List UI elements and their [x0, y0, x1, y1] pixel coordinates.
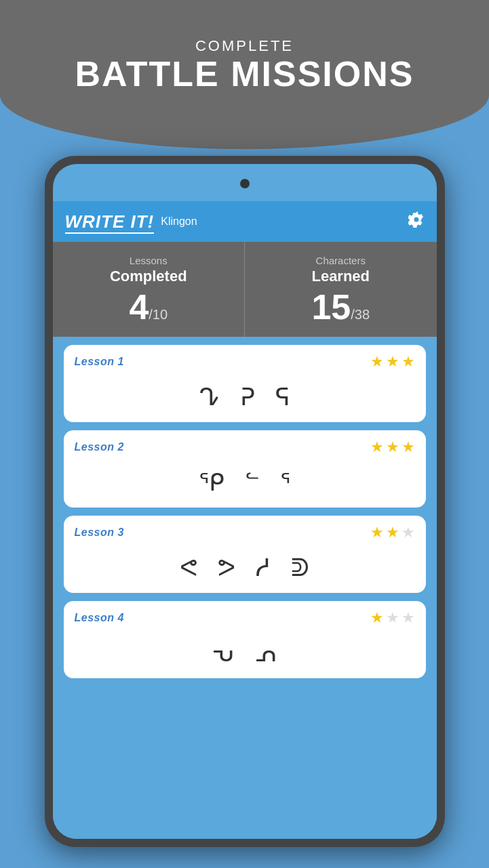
app-language: Klingon [161, 215, 197, 228]
title-area: COMPLETE BATTLE MISSIONS [0, 37, 489, 94]
star-2-2: ★ [386, 438, 399, 456]
lesson-1-title: Lesson 1 [75, 356, 124, 368]
lesson-4-char-2: ᕄ [255, 639, 277, 667]
lessons-value: 4 [129, 289, 149, 325]
app-header: WRITE IT! Klingon [53, 201, 437, 242]
lesson-1-char-1: ᖊ [199, 383, 220, 411]
app-logo: WRITE IT! [65, 211, 155, 232]
star-3-3: ★ [402, 524, 415, 541]
lesson-2-char-1: ᕿ [199, 468, 224, 497]
star-3-2: ★ [386, 524, 399, 541]
characters-fraction: /38 [351, 307, 370, 323]
lesson-3-char-3: ᓱ [256, 554, 271, 582]
star-2-3: ★ [402, 438, 415, 456]
lesson-4-stars: ★ ★ ★ [370, 609, 415, 627]
lesson-card-2[interactable]: Lesson 2 ★ ★ ★ ᕿ ᓪ ᕐ [64, 430, 426, 508]
lesson-1-char-3: ᕋ [275, 383, 290, 411]
lesson-3-char-1: ᕙ [180, 554, 197, 582]
lesson-card-4[interactable]: Lesson 4 ★ ★ ★ ᕃ ᕄ [64, 601, 426, 678]
lesson-2-title: Lesson 2 [75, 441, 124, 453]
star-1-3: ★ [402, 353, 415, 371]
star-1-1: ★ [370, 353, 384, 371]
lesson-3-char-4: ᕲ [291, 554, 309, 582]
lesson-1-chars: ᖊ ᕈ ᕋ [75, 377, 415, 414]
lesson-2-stars: ★ ★ ★ [370, 438, 415, 456]
lesson-card-1[interactable]: Lesson 1 ★ ★ ★ ᖊ ᕈ ᕋ [64, 345, 426, 422]
lesson-3-char-2: ᕗ [218, 554, 235, 582]
lesson-4-header: Lesson 4 ★ ★ ★ [75, 609, 415, 627]
lessons-label-top: Lessons [130, 255, 168, 266]
lesson-3-chars: ᕙ ᕗ ᓱ ᕲ [75, 548, 415, 585]
lesson-1-header: Lesson 1 ★ ★ ★ [75, 353, 415, 371]
lesson-2-header: Lesson 2 ★ ★ ★ [75, 438, 415, 456]
star-4-2: ★ [386, 609, 399, 627]
star-4-1: ★ [370, 609, 384, 627]
lessons-label-main: Completed [110, 268, 187, 285]
lesson-3-header: Lesson 3 ★ ★ ★ [75, 524, 415, 541]
lesson-2-chars: ᕿ ᓪ ᕐ [75, 463, 415, 499]
characters-label-top: Characters [316, 255, 366, 266]
characters-label-main: Learned [311, 268, 370, 285]
lesson-2-char-2: ᓪ [245, 468, 260, 497]
lesson-1-stars: ★ ★ ★ [370, 353, 415, 371]
characters-value: 15 [311, 289, 351, 325]
star-4-3: ★ [402, 609, 415, 627]
settings-icon[interactable] [408, 211, 425, 232]
phone-frame: WRITE IT! Klingon Lessons Completed 4 /1… [45, 156, 445, 847]
lesson-4-char-1: ᕃ [212, 639, 235, 667]
lessons-stat: Lessons Completed 4 /10 [53, 242, 246, 337]
lesson-2-char-3: ᕐ [280, 468, 290, 497]
lesson-4-title: Lesson 4 [75, 612, 124, 624]
star-3-1: ★ [370, 524, 384, 541]
app-logo-text: WRITE IT! [65, 211, 155, 232]
lessons-fraction: /10 [149, 307, 168, 323]
title-complete: COMPLETE [0, 37, 489, 55]
phone-inner: WRITE IT! Klingon Lessons Completed 4 /1… [53, 164, 437, 839]
lesson-1-char-2: ᕈ [240, 383, 255, 411]
phone-camera [240, 179, 250, 188]
characters-stat: Characters Learned 15 /38 [245, 242, 437, 337]
lessons-area: Lesson 1 ★ ★ ★ ᖊ ᕈ ᕋ Lesson 2 [53, 337, 437, 839]
title-battle: BATTLE MISSIONS [0, 55, 489, 94]
stats-bar: Lessons Completed 4 /10 Characters Learn… [53, 242, 437, 337]
lesson-4-chars: ᕃ ᕄ [75, 634, 415, 670]
lesson-3-stars: ★ ★ ★ [370, 524, 415, 541]
star-1-2: ★ [386, 353, 399, 371]
star-2-1: ★ [370, 438, 384, 456]
lesson-card-3[interactable]: Lesson 3 ★ ★ ★ ᕙ ᕗ ᓱ ᕲ [64, 516, 426, 593]
lesson-3-title: Lesson 3 [75, 526, 124, 539]
